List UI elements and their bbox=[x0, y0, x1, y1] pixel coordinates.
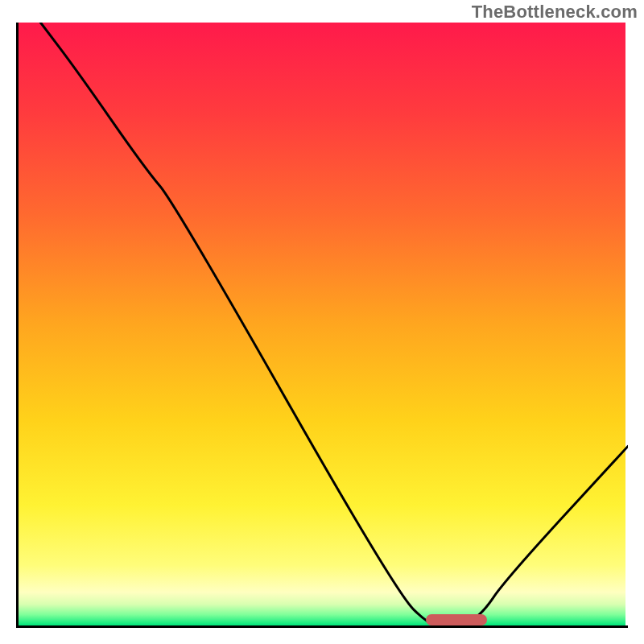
optimal-range-marker bbox=[426, 614, 487, 625]
y-axis bbox=[16, 23, 19, 628]
plot-inner bbox=[16, 23, 628, 628]
watermark-text: TheBottleneck.com bbox=[472, 2, 638, 23]
bottleneck-curve bbox=[16, 23, 628, 628]
x-axis bbox=[16, 625, 628, 628]
plot-area bbox=[16, 23, 628, 628]
